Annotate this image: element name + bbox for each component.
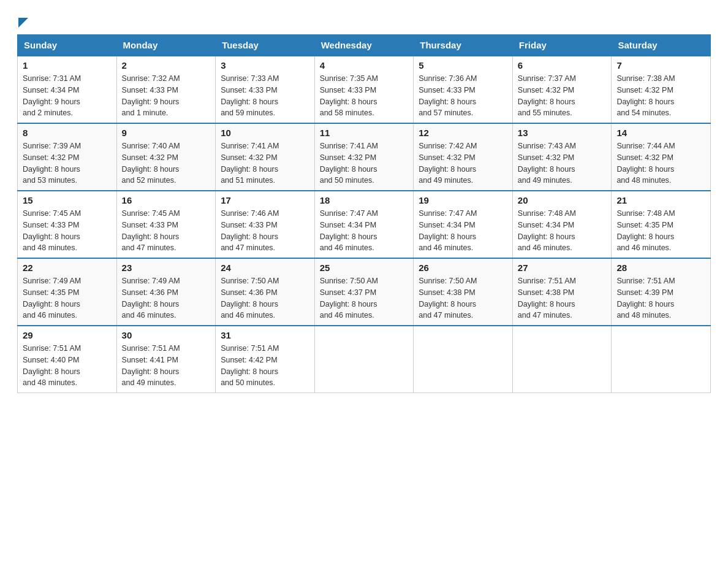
day-info: Sunrise: 7:42 AMSunset: 4:32 PMDaylight:…	[419, 140, 507, 186]
calendar-header: SundayMondayTuesdayWednesdayThursdayFrid…	[18, 35, 711, 56]
day-info: Sunrise: 7:50 AMSunset: 4:38 PMDaylight:…	[419, 275, 507, 321]
day-number: 20	[518, 195, 607, 205]
day-info: Sunrise: 7:36 AMSunset: 4:33 PMDaylight:…	[419, 73, 507, 119]
weekday-header-row: SundayMondayTuesdayWednesdayThursdayFrid…	[18, 35, 711, 56]
calendar-cell: 24Sunrise: 7:50 AMSunset: 4:36 PMDayligh…	[216, 258, 315, 326]
day-info: Sunrise: 7:31 AMSunset: 4:34 PMDaylight:…	[23, 73, 112, 119]
day-info: Sunrise: 7:45 AMSunset: 4:33 PMDaylight:…	[23, 208, 112, 254]
day-number: 30	[122, 330, 211, 340]
day-number: 17	[221, 195, 309, 205]
weekday-header-tuesday: Tuesday	[216, 35, 315, 56]
day-info: Sunrise: 7:40 AMSunset: 4:32 PMDaylight:…	[122, 140, 211, 186]
day-number: 25	[320, 262, 409, 273]
calendar-body: 1Sunrise: 7:31 AMSunset: 4:34 PMDaylight…	[18, 56, 711, 393]
day-info: Sunrise: 7:50 AMSunset: 4:36 PMDaylight:…	[221, 275, 309, 321]
day-number: 7	[616, 60, 705, 71]
calendar-cell: 14Sunrise: 7:44 AMSunset: 4:32 PMDayligh…	[612, 123, 711, 191]
calendar-cell: 27Sunrise: 7:51 AMSunset: 4:38 PMDayligh…	[512, 258, 612, 326]
day-info: Sunrise: 7:33 AMSunset: 4:33 PMDaylight:…	[221, 73, 309, 119]
calendar-cell: 2Sunrise: 7:32 AMSunset: 4:33 PMDaylight…	[116, 56, 216, 123]
weekday-header-saturday: Saturday	[612, 35, 711, 56]
weekday-header-friday: Friday	[512, 35, 612, 56]
weekday-header-wednesday: Wednesday	[314, 35, 414, 56]
calendar-week-row: 8Sunrise: 7:39 AMSunset: 4:32 PMDaylight…	[18, 123, 711, 191]
day-number: 11	[320, 128, 409, 138]
day-info: Sunrise: 7:41 AMSunset: 4:32 PMDaylight:…	[320, 140, 409, 186]
day-number: 22	[23, 262, 112, 273]
day-info: Sunrise: 7:37 AMSunset: 4:32 PMDaylight:…	[518, 73, 607, 119]
calendar-cell: 4Sunrise: 7:35 AMSunset: 4:33 PMDaylight…	[314, 56, 414, 123]
day-number: 9	[122, 128, 211, 138]
day-info: Sunrise: 7:46 AMSunset: 4:33 PMDaylight:…	[221, 208, 309, 254]
day-number: 4	[320, 60, 409, 71]
day-number: 5	[419, 60, 507, 71]
day-number: 15	[23, 195, 112, 205]
day-number: 12	[419, 128, 507, 138]
calendar-cell: 7Sunrise: 7:38 AMSunset: 4:32 PMDaylight…	[612, 56, 711, 123]
day-number: 23	[122, 262, 211, 273]
calendar-cell: 31Sunrise: 7:51 AMSunset: 4:42 PMDayligh…	[216, 326, 315, 393]
calendar-cell: 6Sunrise: 7:37 AMSunset: 4:32 PMDaylight…	[512, 56, 612, 123]
day-info: Sunrise: 7:51 AMSunset: 4:41 PMDaylight:…	[122, 343, 211, 389]
day-number: 31	[221, 330, 309, 340]
calendar-cell: 29Sunrise: 7:51 AMSunset: 4:40 PMDayligh…	[18, 326, 117, 393]
calendar-cell: 28Sunrise: 7:51 AMSunset: 4:39 PMDayligh…	[612, 258, 711, 326]
calendar-cell: 25Sunrise: 7:50 AMSunset: 4:37 PMDayligh…	[314, 258, 414, 326]
calendar-cell: 8Sunrise: 7:39 AMSunset: 4:32 PMDaylight…	[18, 123, 117, 191]
page-header	[17, 15, 711, 28]
calendar-week-row: 1Sunrise: 7:31 AMSunset: 4:34 PMDaylight…	[18, 56, 711, 123]
day-number: 13	[518, 128, 607, 138]
day-info: Sunrise: 7:51 AMSunset: 4:38 PMDaylight:…	[518, 275, 607, 321]
calendar-cell: 23Sunrise: 7:49 AMSunset: 4:36 PMDayligh…	[116, 258, 216, 326]
day-info: Sunrise: 7:32 AMSunset: 4:33 PMDaylight:…	[122, 73, 211, 119]
day-info: Sunrise: 7:44 AMSunset: 4:32 PMDaylight:…	[616, 140, 705, 186]
calendar-cell: 5Sunrise: 7:36 AMSunset: 4:33 PMDaylight…	[414, 56, 513, 123]
calendar-cell	[512, 326, 612, 393]
day-number: 19	[419, 195, 507, 205]
day-number: 29	[23, 330, 112, 340]
day-number: 21	[616, 195, 705, 205]
day-info: Sunrise: 7:48 AMSunset: 4:35 PMDaylight:…	[616, 208, 705, 254]
weekday-header-thursday: Thursday	[414, 35, 513, 56]
calendar-cell: 22Sunrise: 7:49 AMSunset: 4:35 PMDayligh…	[18, 258, 117, 326]
day-number: 18	[320, 195, 409, 205]
day-info: Sunrise: 7:51 AMSunset: 4:40 PMDaylight:…	[23, 343, 112, 389]
logo	[17, 17, 28, 28]
day-info: Sunrise: 7:41 AMSunset: 4:32 PMDaylight:…	[221, 140, 309, 186]
day-info: Sunrise: 7:49 AMSunset: 4:36 PMDaylight:…	[122, 275, 211, 321]
day-number: 1	[23, 60, 112, 71]
day-number: 24	[221, 262, 309, 273]
calendar-cell: 20Sunrise: 7:48 AMSunset: 4:34 PMDayligh…	[512, 191, 612, 258]
calendar-cell: 18Sunrise: 7:47 AMSunset: 4:34 PMDayligh…	[314, 191, 414, 258]
day-info: Sunrise: 7:50 AMSunset: 4:37 PMDaylight:…	[320, 275, 409, 321]
logo-triangle-icon	[18, 18, 28, 28]
calendar-cell	[612, 326, 711, 393]
day-number: 2	[122, 60, 211, 71]
day-number: 3	[221, 60, 309, 71]
day-info: Sunrise: 7:43 AMSunset: 4:32 PMDaylight:…	[518, 140, 607, 186]
calendar-table: SundayMondayTuesdayWednesdayThursdayFrid…	[17, 34, 711, 393]
calendar-week-row: 29Sunrise: 7:51 AMSunset: 4:40 PMDayligh…	[18, 326, 711, 393]
calendar-cell: 15Sunrise: 7:45 AMSunset: 4:33 PMDayligh…	[18, 191, 117, 258]
day-info: Sunrise: 7:51 AMSunset: 4:39 PMDaylight:…	[616, 275, 705, 321]
day-info: Sunrise: 7:45 AMSunset: 4:33 PMDaylight:…	[122, 208, 211, 254]
calendar-cell	[414, 326, 513, 393]
weekday-header-monday: Monday	[116, 35, 216, 56]
day-number: 28	[616, 262, 705, 273]
calendar-cell: 12Sunrise: 7:42 AMSunset: 4:32 PMDayligh…	[414, 123, 513, 191]
calendar-cell: 17Sunrise: 7:46 AMSunset: 4:33 PMDayligh…	[216, 191, 315, 258]
day-info: Sunrise: 7:49 AMSunset: 4:35 PMDaylight:…	[23, 275, 112, 321]
day-number: 10	[221, 128, 309, 138]
calendar-cell: 30Sunrise: 7:51 AMSunset: 4:41 PMDayligh…	[116, 326, 216, 393]
calendar-cell: 9Sunrise: 7:40 AMSunset: 4:32 PMDaylight…	[116, 123, 216, 191]
calendar-cell: 19Sunrise: 7:47 AMSunset: 4:34 PMDayligh…	[414, 191, 513, 258]
day-number: 14	[616, 128, 705, 138]
calendar-cell: 1Sunrise: 7:31 AMSunset: 4:34 PMDaylight…	[18, 56, 117, 123]
day-info: Sunrise: 7:38 AMSunset: 4:32 PMDaylight:…	[616, 73, 705, 119]
weekday-header-sunday: Sunday	[18, 35, 117, 56]
calendar-cell: 11Sunrise: 7:41 AMSunset: 4:32 PMDayligh…	[314, 123, 414, 191]
calendar-cell: 16Sunrise: 7:45 AMSunset: 4:33 PMDayligh…	[116, 191, 216, 258]
day-number: 16	[122, 195, 211, 205]
calendar-week-row: 22Sunrise: 7:49 AMSunset: 4:35 PMDayligh…	[18, 258, 711, 326]
day-info: Sunrise: 7:35 AMSunset: 4:33 PMDaylight:…	[320, 73, 409, 119]
